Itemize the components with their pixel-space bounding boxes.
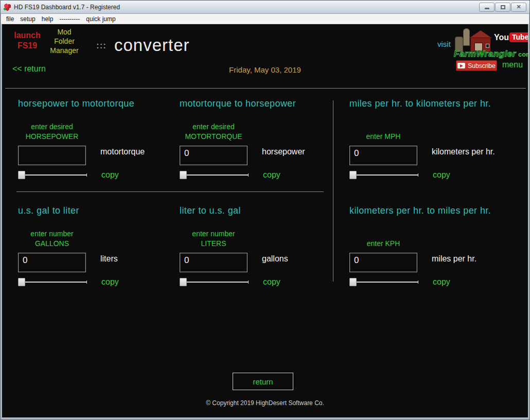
motortorque-slider[interactable]	[180, 170, 249, 180]
barn-roof-icon	[469, 30, 492, 38]
copy-link[interactable]: copy	[101, 277, 119, 287]
page-title: converter	[114, 36, 190, 55]
slider-thumb[interactable]	[18, 278, 25, 286]
menu-file[interactable]: file	[5, 14, 19, 24]
converter-card-torque-to-hp: motortorque to horsepower enter desired …	[180, 98, 334, 186]
maximize-icon	[501, 5, 505, 9]
window-title: HD FS19 Dashboard v1.7 - Registered	[14, 4, 120, 11]
copy-link[interactable]: copy	[263, 277, 280, 287]
brand-name: FarmWrangler	[454, 49, 516, 59]
youtube-you-label: You	[494, 33, 509, 42]
slider-thumb[interactable]	[349, 278, 357, 286]
slider-thumb[interactable]	[349, 171, 357, 179]
converter-card-kph-to-mph: kilometers per hr. to miles per hr. ente…	[349, 205, 528, 293]
enter-label: enter desired HORSEPOWER	[18, 121, 86, 142]
slider-thumb[interactable]	[18, 171, 25, 179]
menu-bar: file setup help ---------- quick jump	[1, 14, 529, 24]
converter-card-gal-to-liter: u.s. gal to liter enter number GALLONS l…	[18, 205, 172, 293]
gallons-slider[interactable]	[18, 277, 87, 287]
horsepower-input[interactable]	[18, 146, 86, 165]
menu-quick-jump[interactable]: quick jump	[85, 14, 120, 24]
title-bar: HD FS19 Dashboard v1.7 - Registered ✕	[1, 1, 529, 14]
mph-input[interactable]	[349, 146, 417, 165]
slider-track	[19, 282, 87, 283]
result-label: kilometers per hr.	[432, 147, 495, 156]
copy-link[interactable]: copy	[433, 170, 450, 180]
slider-thumb[interactable]	[180, 171, 187, 179]
close-icon: ✕	[516, 4, 521, 10]
card-heading: u.s. gal to liter	[18, 205, 79, 216]
enter-label: enter number LITERS	[180, 228, 248, 249]
mod-folder-manager-button[interactable]: Mod Folder Manager	[47, 27, 81, 56]
slider-track	[181, 174, 249, 176]
converter-card-hp-to-torque: horsepower to motortorque enter desired …	[18, 98, 172, 186]
liters-slider[interactable]	[180, 277, 249, 287]
copy-link[interactable]: copy	[433, 277, 450, 287]
liters-input[interactable]	[180, 253, 248, 272]
header-divider	[5, 88, 526, 89]
close-button[interactable]: ✕	[511, 3, 526, 12]
launch-fs19-button[interactable]: launch FS19	[11, 30, 43, 51]
copy-link[interactable]: copy	[263, 170, 280, 180]
converter-card-liter-to-gal: liter to u.s. gal enter number LITERS ga…	[180, 205, 334, 293]
mph-slider[interactable]	[349, 170, 418, 180]
result-label: horsepower	[262, 147, 305, 156]
visit-label: visit	[437, 40, 451, 48]
brand-tld: com	[518, 50, 528, 58]
barn-window-icon	[486, 44, 489, 48]
menu-setup[interactable]: setup	[19, 14, 40, 24]
slider-track	[350, 174, 418, 176]
converter-card-mph-to-kph: miles per hr. to kilometers per hr. ente…	[349, 98, 528, 186]
return-button[interactable]: return	[233, 373, 293, 390]
copyright-text: © Copyright 2019 HighDesert Software Co.	[2, 399, 528, 407]
menu-dashes[interactable]: ----------	[58, 14, 85, 24]
card-heading: horsepower to motortorque	[18, 98, 134, 109]
youtube-tube-badge: Tube	[509, 32, 528, 42]
card-heading: motortorque to horsepower	[180, 98, 296, 109]
farmwrangler-wordmark[interactable]: FarmWrangler com	[454, 49, 528, 59]
dots-icon: :::	[96, 41, 107, 51]
horsepower-slider[interactable]	[18, 170, 87, 180]
enter-label: enter KPH	[349, 228, 417, 249]
app-window: HD FS19 Dashboard v1.7 - Registered ✕ fi…	[0, 0, 530, 420]
current-date: Friday, May 03, 2019	[2, 65, 528, 74]
result-label: liters	[100, 254, 118, 264]
slider-track	[350, 282, 418, 283]
slider-track	[181, 282, 249, 283]
menu-help[interactable]: help	[41, 14, 59, 24]
card-heading: miles per hr. to kilometers per hr.	[349, 98, 491, 109]
card-heading: kilometers per hr. to miles per hr.	[349, 205, 491, 216]
motortorque-input[interactable]	[180, 146, 248, 165]
slider-track	[19, 174, 87, 176]
slider-thumb[interactable]	[180, 278, 187, 286]
minimize-button[interactable]	[479, 3, 494, 12]
youtube-logo[interactable]: You Tube	[494, 32, 528, 42]
enter-label: enter number GALLONS	[18, 228, 86, 249]
silo-icon	[463, 28, 470, 46]
kph-input[interactable]	[349, 253, 417, 272]
kph-slider[interactable]	[349, 277, 418, 287]
maximize-button[interactable]	[495, 3, 510, 12]
enter-label: enter MPH	[349, 121, 417, 142]
result-label: motortorque	[100, 147, 145, 156]
card-heading: liter to u.s. gal	[180, 205, 241, 216]
enter-label: enter desired MOTORTORQUE	[180, 121, 248, 142]
app-icon	[4, 3, 11, 11]
row-divider	[16, 191, 324, 192]
gallons-input[interactable]	[18, 253, 86, 272]
result-label: gallons	[262, 254, 288, 264]
copy-link[interactable]: copy	[101, 170, 119, 180]
minimize-icon	[485, 8, 489, 9]
content-area: launch FS19 Mod Folder Manager ::: conve…	[2, 24, 528, 417]
result-label: miles per hr.	[432, 254, 476, 264]
